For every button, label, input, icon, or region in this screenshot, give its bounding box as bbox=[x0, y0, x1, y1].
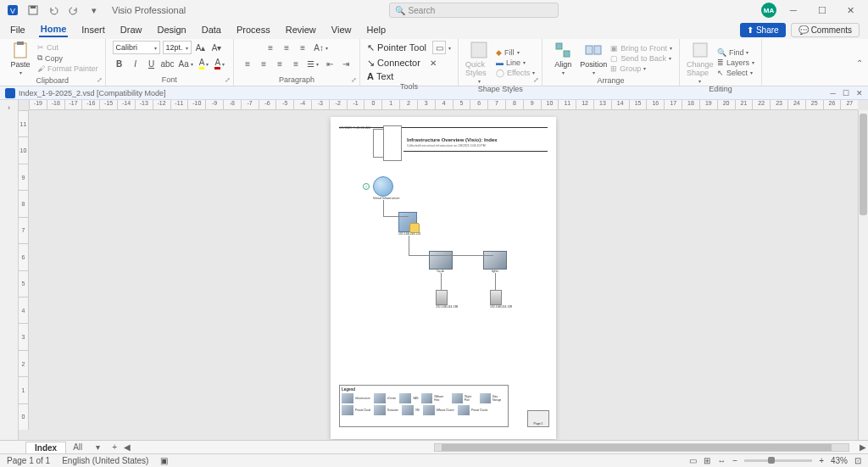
bold-button[interactable]: B bbox=[113, 57, 126, 70]
rectangle-tool-button[interactable]: ▭ bbox=[432, 41, 446, 54]
menu-help[interactable]: Help bbox=[364, 23, 387, 36]
italic-button[interactable]: I bbox=[129, 57, 142, 70]
zoom-in-button[interactable]: + bbox=[819, 456, 824, 465]
comments-button[interactable]: 💬Comments bbox=[791, 23, 860, 37]
user-avatar[interactable]: MA bbox=[761, 3, 776, 18]
macro-record-icon[interactable]: ▣ bbox=[160, 456, 168, 465]
connector-tool-button[interactable]: ↘Connector✕ bbox=[367, 56, 440, 69]
menu-data[interactable]: Data bbox=[200, 23, 223, 36]
horizontal-scrollbar[interactable] bbox=[434, 443, 849, 452]
align-bottom-button[interactable]: ≡ bbox=[296, 41, 309, 54]
bullets-button[interactable]: ☰▾ bbox=[305, 57, 320, 70]
menu-insert[interactable]: Insert bbox=[80, 23, 107, 36]
scroll-left-button[interactable]: ◀ bbox=[122, 442, 132, 452]
qat-customize-icon[interactable]: ▾ bbox=[86, 3, 102, 18]
share-button[interactable]: ⬆Share bbox=[740, 23, 786, 37]
pointer-tool-button[interactable]: ↖Pointer Tool▭▾ bbox=[367, 41, 451, 54]
effects-button[interactable]: ◯Effects▾ bbox=[496, 69, 535, 77]
copy-button[interactable]: ⧉Copy bbox=[37, 53, 98, 63]
zoom-slider[interactable] bbox=[744, 459, 812, 462]
align-left-button[interactable]: ≡ bbox=[241, 57, 254, 70]
underline-button[interactable]: U bbox=[145, 57, 159, 70]
menu-draw[interactable]: Draw bbox=[119, 23, 144, 36]
font-name-select[interactable]: Calibri▾ bbox=[113, 41, 160, 54]
language-indicator[interactable]: English (United States) bbox=[62, 456, 148, 465]
zoom-slider-knob[interactable] bbox=[768, 457, 775, 464]
node-server1[interactable]: 192.168.244.138 bbox=[436, 290, 458, 309]
shapes-pane-collapsed[interactable]: › bbox=[0, 100, 19, 440]
info-icon[interactable]: i bbox=[363, 183, 370, 190]
scrollbar-thumb[interactable] bbox=[442, 444, 832, 451]
doc-maximize-button[interactable]: ☐ bbox=[843, 89, 849, 97]
find-button[interactable]: 🔍Find▾ bbox=[717, 48, 754, 57]
legend-box[interactable]: Legend InfrastructurevCenterSANVMware Ho… bbox=[339, 385, 509, 427]
highlight-button[interactable]: A▾ bbox=[198, 57, 211, 70]
align-button[interactable]: Align▾ bbox=[549, 41, 576, 75]
bring-to-front-button[interactable]: ▣Bring to Front▾ bbox=[610, 44, 672, 53]
page-indicator[interactable]: Page 1 of 1 bbox=[7, 456, 50, 465]
increase-indent-button[interactable]: ⇥ bbox=[339, 57, 353, 70]
position-button[interactable]: Position▾ bbox=[580, 41, 607, 75]
align-middle-button[interactable]: ≡ bbox=[280, 41, 293, 54]
layers-button[interactable]: ≣Layers▾ bbox=[717, 58, 754, 67]
close-button[interactable]: ✕ bbox=[839, 3, 863, 18]
font-color-button[interactable]: A▾ bbox=[213, 57, 226, 70]
quick-styles-button[interactable]: Quick Styles▾ bbox=[465, 41, 492, 84]
shape-styles-launcher[interactable]: ⤢ bbox=[533, 76, 539, 84]
align-right-button[interactable]: ≡ bbox=[273, 57, 287, 70]
fit-page-button[interactable]: ⊞ bbox=[704, 456, 710, 465]
menu-file[interactable]: File bbox=[8, 23, 27, 36]
align-top-button[interactable]: ≡ bbox=[264, 41, 277, 54]
menu-design[interactable]: Design bbox=[155, 23, 187, 36]
menu-process[interactable]: Process bbox=[235, 23, 272, 36]
zoom-fit-button[interactable]: ⊡ bbox=[854, 456, 861, 465]
clipboard-launcher[interactable]: ⤢ bbox=[97, 76, 103, 84]
visio-app-icon[interactable]: V bbox=[5, 3, 20, 18]
decrease-indent-button[interactable]: ⇤ bbox=[323, 57, 337, 70]
group-button[interactable]: ⊞Group▾ bbox=[610, 64, 672, 73]
redo-icon[interactable] bbox=[66, 3, 81, 18]
vertical-scrollbar[interactable] bbox=[858, 110, 868, 440]
undo-icon[interactable] bbox=[46, 3, 61, 18]
page-number-tab[interactable]: Page 1 bbox=[527, 410, 549, 427]
zoom-level[interactable]: 43% bbox=[831, 456, 848, 465]
header-box-overlay[interactable] bbox=[383, 125, 402, 161]
paste-button[interactable]: Paste ▾ bbox=[7, 41, 34, 75]
font-size-select[interactable]: 12pt.▾ bbox=[163, 41, 192, 54]
send-to-back-button[interactable]: ▢Send to Back▾ bbox=[610, 54, 672, 63]
sheet-tab-index[interactable]: Index bbox=[25, 442, 66, 453]
align-center-button[interactable]: ≡ bbox=[257, 57, 270, 70]
shrink-font-button[interactable]: A▾ bbox=[210, 41, 224, 54]
select-button[interactable]: ↖Select▾ bbox=[717, 69, 754, 77]
menu-review[interactable]: Review bbox=[284, 23, 318, 36]
fill-button[interactable]: ◆Fill▾ bbox=[496, 48, 535, 57]
justify-button[interactable]: ≡ bbox=[289, 57, 303, 70]
node-server2[interactable]: 192.168.244.139 bbox=[490, 290, 512, 309]
cut-button[interactable]: ✂Cut bbox=[37, 43, 98, 52]
save-icon[interactable] bbox=[25, 3, 41, 18]
font-launcher[interactable]: ⤢ bbox=[225, 76, 231, 84]
grow-font-button[interactable]: A▴ bbox=[194, 41, 208, 54]
sheet-tab-more[interactable]: ▾ bbox=[89, 442, 107, 453]
search-box[interactable]: 🔍 Search bbox=[389, 3, 559, 18]
text-direction-button[interactable]: A↕▾ bbox=[312, 41, 330, 54]
menu-home[interactable]: Home bbox=[39, 22, 69, 37]
add-sheet-button[interactable]: + bbox=[107, 442, 122, 453]
scroll-right-button[interactable]: ▶ bbox=[858, 442, 868, 452]
minimize-button[interactable]: ─ bbox=[782, 3, 805, 18]
doc-minimize-button[interactable]: ─ bbox=[831, 89, 836, 97]
menu-view[interactable]: View bbox=[330, 23, 353, 36]
sheet-tab-all[interactable]: All bbox=[66, 442, 89, 453]
presentation-mode-button[interactable]: ▭ bbox=[689, 456, 697, 465]
change-case-button[interactable]: Aa▾ bbox=[177, 57, 195, 70]
node-globe[interactable]: i Virtual Infrastructure bbox=[373, 176, 399, 200]
delete-connector-button[interactable]: ✕ bbox=[426, 56, 440, 69]
fit-width-button[interactable]: ↔ bbox=[717, 456, 726, 465]
drawing-page[interactable]: 1/9/2025 9:46:06 AM Infrastructure Overv… bbox=[331, 117, 556, 439]
maximize-button[interactable]: ☐ bbox=[810, 3, 834, 18]
doc-close-button[interactable]: ✕ bbox=[856, 89, 863, 97]
text-tool-button[interactable]: AText bbox=[367, 71, 393, 81]
format-painter-button[interactable]: 🖌Format Painter bbox=[37, 64, 98, 73]
collapse-ribbon-button[interactable]: ⌃ bbox=[856, 58, 863, 67]
paragraph-launcher[interactable]: ⤢ bbox=[351, 76, 357, 84]
